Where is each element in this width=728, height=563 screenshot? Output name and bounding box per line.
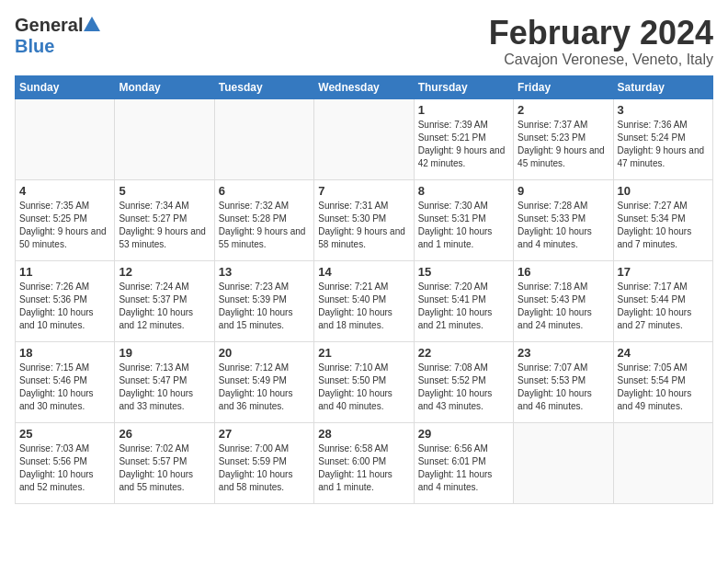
weekday-header-sunday: Sunday (16, 75, 115, 98)
calendar-cell: 25Sunrise: 7:03 AM Sunset: 5:56 PM Dayli… (16, 422, 115, 503)
day-info: Sunrise: 7:28 AM Sunset: 5:33 PM Dayligh… (518, 200, 609, 251)
day-info: Sunrise: 7:37 AM Sunset: 5:23 PM Dayligh… (518, 119, 609, 170)
calendar-cell (613, 422, 712, 503)
calendar-cell: 20Sunrise: 7:12 AM Sunset: 5:49 PM Dayli… (214, 341, 313, 422)
logo-general: General (15, 15, 83, 36)
day-number: 10 (618, 184, 709, 198)
day-info: Sunrise: 7:08 AM Sunset: 5:52 PM Dayligh… (418, 362, 509, 413)
logo: General Blue (15, 15, 100, 57)
day-info: Sunrise: 7:27 AM Sunset: 5:34 PM Dayligh… (618, 200, 709, 251)
day-number: 15 (418, 265, 509, 279)
calendar-cell (16, 98, 115, 179)
day-info: Sunrise: 7:07 AM Sunset: 5:53 PM Dayligh… (518, 362, 609, 413)
day-number: 20 (219, 346, 310, 360)
day-number: 23 (518, 346, 609, 360)
day-number: 12 (119, 265, 210, 279)
day-info: Sunrise: 7:26 AM Sunset: 5:36 PM Dayligh… (19, 281, 110, 332)
day-info: Sunrise: 7:24 AM Sunset: 5:37 PM Dayligh… (119, 281, 210, 332)
day-info: Sunrise: 7:20 AM Sunset: 5:41 PM Dayligh… (418, 281, 509, 332)
calendar-cell (314, 98, 414, 179)
day-number: 13 (219, 265, 310, 279)
calendar-cell: 14Sunrise: 7:21 AM Sunset: 5:40 PM Dayli… (314, 260, 414, 341)
calendar-cell: 16Sunrise: 7:18 AM Sunset: 5:43 PM Dayli… (514, 260, 613, 341)
weekday-header-thursday: Thursday (414, 75, 513, 98)
day-number: 5 (119, 184, 210, 198)
day-number: 9 (518, 184, 609, 198)
calendar-table: SundayMondayTuesdayWednesdayThursdayFrid… (15, 75, 713, 504)
day-info: Sunrise: 7:15 AM Sunset: 5:46 PM Dayligh… (19, 362, 110, 413)
calendar-cell: 11Sunrise: 7:26 AM Sunset: 5:36 PM Dayli… (16, 260, 115, 341)
calendar-cell (115, 98, 214, 179)
day-info: Sunrise: 7:18 AM Sunset: 5:43 PM Dayligh… (518, 281, 609, 332)
calendar-cell: 24Sunrise: 7:05 AM Sunset: 5:54 PM Dayli… (613, 341, 712, 422)
day-number: 4 (19, 184, 110, 198)
day-info: Sunrise: 7:34 AM Sunset: 5:27 PM Dayligh… (119, 200, 210, 251)
day-number: 11 (19, 265, 110, 279)
day-info: Sunrise: 7:03 AM Sunset: 5:56 PM Dayligh… (19, 442, 110, 494)
day-number: 22 (418, 346, 509, 360)
day-number: 21 (318, 346, 409, 360)
header: General Blue February 2024 Cavajon Veron… (15, 15, 713, 68)
day-number: 2 (518, 103, 609, 117)
calendar-cell (514, 422, 613, 503)
day-info: Sunrise: 6:58 AM Sunset: 6:00 PM Dayligh… (318, 442, 409, 494)
calendar-cell: 6Sunrise: 7:32 AM Sunset: 5:28 PM Daylig… (214, 179, 313, 260)
calendar-cell: 27Sunrise: 7:00 AM Sunset: 5:59 PM Dayli… (214, 422, 313, 503)
day-info: Sunrise: 7:36 AM Sunset: 5:24 PM Dayligh… (618, 119, 709, 170)
day-number: 19 (119, 346, 210, 360)
day-number: 27 (219, 427, 310, 441)
day-info: Sunrise: 7:00 AM Sunset: 5:59 PM Dayligh… (219, 442, 310, 494)
logo-blue: Blue (15, 36, 54, 56)
day-info: Sunrise: 7:32 AM Sunset: 5:28 PM Dayligh… (219, 200, 310, 251)
day-number: 17 (618, 265, 709, 279)
weekday-header-monday: Monday (115, 75, 214, 98)
day-info: Sunrise: 7:13 AM Sunset: 5:47 PM Dayligh… (119, 362, 210, 413)
day-info: Sunrise: 7:05 AM Sunset: 5:54 PM Dayligh… (618, 362, 709, 413)
day-info: Sunrise: 7:21 AM Sunset: 5:40 PM Dayligh… (318, 281, 409, 332)
day-info: Sunrise: 7:12 AM Sunset: 5:49 PM Dayligh… (219, 362, 310, 413)
calendar-cell: 1Sunrise: 7:39 AM Sunset: 5:21 PM Daylig… (414, 98, 513, 179)
calendar-cell: 7Sunrise: 7:31 AM Sunset: 5:30 PM Daylig… (314, 179, 414, 260)
weekday-header-friday: Friday (514, 75, 613, 98)
calendar-cell: 12Sunrise: 7:24 AM Sunset: 5:37 PM Dayli… (115, 260, 214, 341)
calendar-cell: 4Sunrise: 7:35 AM Sunset: 5:25 PM Daylig… (16, 179, 115, 260)
location-subtitle: Cavajon Veronese, Veneto, Italy (489, 52, 713, 68)
calendar-body: 1Sunrise: 7:39 AM Sunset: 5:21 PM Daylig… (16, 98, 713, 503)
day-info: Sunrise: 7:35 AM Sunset: 5:25 PM Dayligh… (19, 200, 110, 251)
logo-triangle-icon (84, 17, 100, 31)
day-info: Sunrise: 7:10 AM Sunset: 5:50 PM Dayligh… (318, 362, 409, 413)
day-info: Sunrise: 6:56 AM Sunset: 6:01 PM Dayligh… (418, 442, 509, 494)
calendar-cell: 18Sunrise: 7:15 AM Sunset: 5:46 PM Dayli… (16, 341, 115, 422)
day-info: Sunrise: 7:17 AM Sunset: 5:44 PM Dayligh… (618, 281, 709, 332)
day-number: 29 (418, 427, 509, 441)
month-title: February 2024 (489, 15, 713, 52)
calendar-cell: 21Sunrise: 7:10 AM Sunset: 5:50 PM Dayli… (314, 341, 414, 422)
calendar-cell: 3Sunrise: 7:36 AM Sunset: 5:24 PM Daylig… (613, 98, 712, 179)
weekday-header-tuesday: Tuesday (214, 75, 313, 98)
calendar-cell: 23Sunrise: 7:07 AM Sunset: 5:53 PM Dayli… (514, 341, 613, 422)
calendar-cell: 29Sunrise: 6:56 AM Sunset: 6:01 PM Dayli… (414, 422, 513, 503)
calendar-cell: 26Sunrise: 7:02 AM Sunset: 5:57 PM Dayli… (115, 422, 214, 503)
week-row-5: 25Sunrise: 7:03 AM Sunset: 5:56 PM Dayli… (16, 422, 713, 503)
weekday-header-wednesday: Wednesday (314, 75, 414, 98)
day-number: 18 (19, 346, 110, 360)
day-number: 7 (318, 184, 409, 198)
day-number: 25 (19, 427, 110, 441)
calendar-cell: 9Sunrise: 7:28 AM Sunset: 5:33 PM Daylig… (514, 179, 613, 260)
weekday-header-saturday: Saturday (613, 75, 712, 98)
day-number: 3 (618, 103, 709, 117)
calendar-cell (214, 98, 313, 179)
calendar-cell: 10Sunrise: 7:27 AM Sunset: 5:34 PM Dayli… (613, 179, 712, 260)
day-number: 14 (318, 265, 409, 279)
calendar-cell: 22Sunrise: 7:08 AM Sunset: 5:52 PM Dayli… (414, 341, 513, 422)
title-area: February 2024 Cavajon Veronese, Veneto, … (489, 15, 713, 68)
day-number: 8 (418, 184, 509, 198)
day-info: Sunrise: 7:02 AM Sunset: 5:57 PM Dayligh… (119, 442, 210, 494)
weekday-header-row: SundayMondayTuesdayWednesdayThursdayFrid… (16, 75, 713, 98)
week-row-1: 1Sunrise: 7:39 AM Sunset: 5:21 PM Daylig… (16, 98, 713, 179)
day-info: Sunrise: 7:31 AM Sunset: 5:30 PM Dayligh… (318, 200, 409, 251)
week-row-2: 4Sunrise: 7:35 AM Sunset: 5:25 PM Daylig… (16, 179, 713, 260)
calendar-cell: 8Sunrise: 7:30 AM Sunset: 5:31 PM Daylig… (414, 179, 513, 260)
calendar-cell: 28Sunrise: 6:58 AM Sunset: 6:00 PM Dayli… (314, 422, 414, 503)
day-number: 24 (618, 346, 709, 360)
